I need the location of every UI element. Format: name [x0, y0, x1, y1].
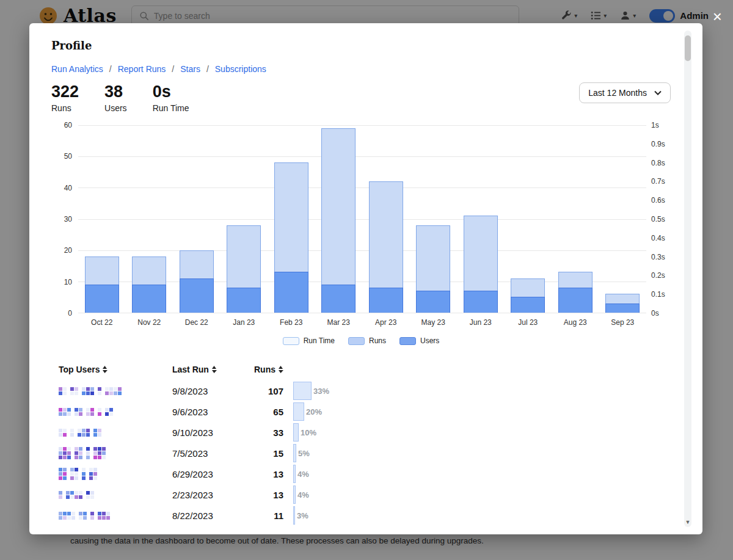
table-row[interactable]: 6/29/2023134%: [59, 464, 671, 484]
runs-cell: 13: [247, 490, 283, 500]
y-axis-right: 1s0.9s0.8s0.7s0.6s0.5s0.4s0.3s0.2s0.1s0s: [646, 125, 671, 313]
percent-cell: 20%: [283, 402, 671, 421]
name-mosaic-segment: [75, 447, 82, 459]
breadcrumb-link[interactable]: Subscriptions: [215, 64, 266, 74]
name-mosaic-segment: [59, 408, 71, 416]
bar-group[interactable]: [126, 125, 173, 313]
y-tick-right: 0s: [651, 309, 659, 318]
percent-cell: 5%: [283, 444, 671, 462]
x-axis-label: Aug 23: [552, 318, 599, 327]
name-mosaic-segment: [59, 512, 75, 520]
last-run-cell: 7/5/2023: [172, 448, 247, 459]
last-run-cell: 8/22/2023: [172, 511, 247, 521]
y-tick-right: 0.2s: [651, 271, 665, 280]
legend-item-runs[interactable]: Runs: [348, 336, 386, 345]
percent-bar: [293, 506, 295, 525]
y-tick-left: 20: [64, 246, 72, 255]
bar-group[interactable]: [599, 125, 647, 313]
redacted-user-name: [59, 512, 170, 520]
percent-cell: 33%: [283, 382, 671, 400]
table-row[interactable]: 7/5/2023155%: [59, 443, 671, 464]
runs-chart: 6050403020100 1s0.9s0.8s0.7s0.6s0.5s0.4s…: [51, 125, 671, 313]
last-run-cell: 9/8/2023: [172, 386, 247, 396]
scrollbar-thumb[interactable]: [685, 35, 691, 61]
stat-label: Run Time: [153, 103, 189, 113]
runs-cell: 33: [247, 427, 283, 438]
percent-cell: 10%: [283, 423, 671, 442]
percent-label: 4%: [297, 490, 309, 500]
users-bar: [511, 297, 545, 313]
stat: 38Users: [104, 82, 127, 113]
column-header-runs[interactable]: Runs: [247, 365, 283, 374]
name-mosaic-segment: [82, 387, 94, 395]
breadcrumb-link[interactable]: Stars: [180, 64, 200, 74]
bar-group[interactable]: [315, 125, 363, 313]
sort-icon: [278, 366, 283, 373]
table-body: 9/8/202310733%9/6/20236520%9/10/20233310…: [59, 380, 671, 526]
stat: 322Runs: [51, 82, 79, 113]
stat-label: Users: [104, 103, 127, 113]
users-bar: [321, 285, 356, 313]
stat-label: Runs: [51, 103, 79, 113]
name-mosaic-segment: [66, 491, 82, 499]
column-header-top-users[interactable]: Top Users: [59, 365, 172, 374]
legend-item-runtime[interactable]: Run Time: [283, 336, 335, 345]
y-tick-right: 0.6s: [651, 196, 665, 205]
bar-group[interactable]: [362, 125, 410, 313]
name-mosaic-segment: [86, 408, 94, 416]
period-select[interactable]: Last 12 Months: [579, 82, 671, 103]
table-row[interactable]: 8/22/2023113%: [59, 505, 671, 526]
redacted-user-name: [59, 429, 170, 437]
y-tick-left: 0: [68, 309, 72, 318]
redacted-user-name: [59, 491, 170, 499]
plot-wrap: [78, 125, 646, 313]
users-bar: [558, 288, 593, 313]
runs-cell: 13: [247, 469, 283, 479]
table-row[interactable]: 9/10/20233310%: [59, 422, 671, 443]
stats-row: 322Runs38Users0sRun Time Last 12 Months: [51, 82, 671, 113]
y-tick-right: 0.4s: [651, 234, 665, 242]
close-icon[interactable]: ×: [713, 9, 722, 24]
bar-group[interactable]: [552, 125, 599, 313]
users-bar: [464, 291, 498, 313]
name-mosaic-segment: [98, 387, 101, 395]
modal-overlay: × Profile Run Analytics/Report Runs/Star…: [0, 0, 733, 560]
breadcrumb-separator: /: [206, 64, 209, 74]
plot-area: [78, 125, 646, 313]
name-mosaic-segment: [75, 408, 82, 416]
bar-group[interactable]: [221, 125, 268, 313]
table-row[interactable]: 9/6/20236520%: [59, 401, 671, 422]
name-mosaic-segment: [59, 491, 62, 499]
sort-icon: [211, 366, 217, 373]
breadcrumb-link[interactable]: Report Runs: [118, 64, 166, 74]
redacted-user-name: [59, 387, 170, 395]
bar-group[interactable]: [457, 125, 505, 313]
name-mosaic-segment: [59, 447, 71, 459]
bar-group[interactable]: [173, 125, 221, 313]
bar-group[interactable]: [410, 125, 458, 313]
users-bar: [605, 304, 640, 313]
y-axis-left: 6050403020100: [51, 125, 78, 313]
percent-bar: [293, 402, 304, 421]
y-tick-left: 40: [64, 184, 72, 192]
bar-group[interactable]: [505, 125, 552, 313]
breadcrumb-link[interactable]: Run Analytics: [51, 64, 103, 74]
last-run-cell: 2/23/2023: [172, 490, 247, 500]
table-row[interactable]: 9/8/202310733%: [59, 380, 671, 401]
scroll-down-arrow[interactable]: ▼: [684, 517, 691, 527]
table-row[interactable]: 2/23/2023134%: [59, 484, 671, 505]
x-axis-label: Oct 22: [78, 318, 126, 327]
y-tick-right: 0.1s: [651, 290, 665, 299]
bar-group[interactable]: [268, 125, 315, 313]
x-axis-label: Sep 23: [599, 318, 647, 327]
last-run-cell: 9/10/2023: [172, 427, 247, 438]
column-label: Top Users: [59, 365, 100, 374]
users-bar: [85, 285, 119, 313]
legend-swatch: [348, 337, 365, 345]
profile-modal: Profile Run Analytics/Report Runs/Stars/…: [29, 23, 702, 534]
bar-group[interactable]: [78, 125, 126, 313]
y-tick-left: 10: [64, 278, 72, 286]
legend-item-users[interactable]: Users: [399, 336, 439, 345]
modal-scrollbar[interactable]: ▼: [684, 31, 691, 527]
column-header-last-run[interactable]: Last Run: [172, 365, 247, 374]
